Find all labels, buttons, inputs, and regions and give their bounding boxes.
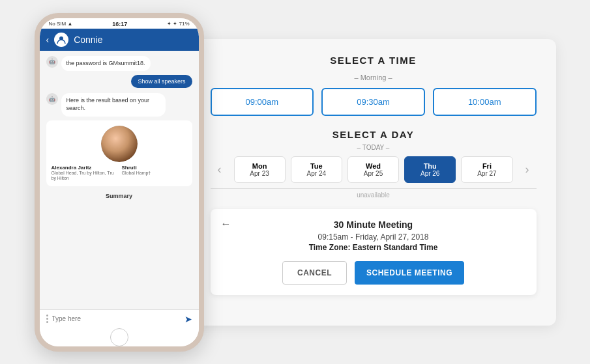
select-time-title: SELECT A TIME <box>211 55 537 66</box>
day-mon-date: Apr 23 <box>250 170 269 177</box>
day-wed[interactable]: Wed Apr 25 <box>347 156 399 183</box>
next-day-button[interactable]: › <box>518 160 537 178</box>
bot-message-1: 🤖 the password is GMsummit18. <box>46 56 192 72</box>
meeting-time: 09:15am - Friday, April 27, 2018 <box>226 232 521 242</box>
chat-title: Connie <box>74 35 102 45</box>
time-slots-container: 09:00am 09:30am 10:00am <box>211 88 537 116</box>
back-icon[interactable]: ‹ <box>46 35 50 45</box>
cancel-button[interactable]: CANCEL <box>282 261 347 285</box>
phone-input-bar: ➤ <box>40 309 199 328</box>
phone-time: 16:17 <box>112 21 127 27</box>
day-mon-name: Mon <box>252 162 267 170</box>
speaker-2-role: Global Hamp† <box>122 171 187 176</box>
phone-battery: ✦ ✦ 71% <box>167 21 189 27</box>
day-tue-date: Apr 24 <box>307 170 326 177</box>
day-wed-date: Apr 25 <box>364 170 383 177</box>
day-fri-name: Fri <box>482 162 492 170</box>
speaker-photo <box>101 126 138 162</box>
show-speakers-button[interactable]: Show all speakers <box>131 75 192 88</box>
phone-status-bar: No SIM ▲ 16:17 ✦ ✦ 71% <box>40 18 199 29</box>
chat-area: 🤖 the password is GMsummit18. Show all s… <box>40 51 199 309</box>
phone-header: ‹ Connie <box>40 29 199 51</box>
select-day-title: SELECT A DAY <box>211 129 537 140</box>
bot-avatar-small-2: 🤖 <box>46 93 58 105</box>
phone-signal: No SIM ▲ <box>49 21 73 27</box>
bot-bubble-2: Here is the result based on your search. <box>61 93 166 116</box>
meeting-timezone: Time Zone: Eastern Standard Time <box>226 243 521 252</box>
timezone-value: Eastern Standard Time <box>353 243 438 252</box>
speaker-card: Alexandra Jaritz Global Head, Tru by Hil… <box>46 120 192 187</box>
timezone-prefix: Time Zone: <box>309 243 351 252</box>
speaker-1-role: Global Head, Tru by Hilton, Tru by Hilto… <box>52 171 117 182</box>
day-row: ‹ Mon Apr 23 Tue Apr 24 Wed Apr 25 Thu A… <box>211 156 537 183</box>
more-options-icon[interactable] <box>46 315 48 323</box>
phone-home-bar <box>40 328 199 346</box>
time-slot-2[interactable]: 10:00am <box>433 88 537 116</box>
summary-label: Summary <box>46 190 192 202</box>
speaker-1-info: Alexandra Jaritz Global Head, Tru by Hil… <box>52 165 117 182</box>
bot-message-2: 🤖 Here is the result based on your searc… <box>46 93 192 116</box>
bot-bubble-1: the password is GMsummit18. <box>61 56 151 72</box>
confirm-back-icon[interactable]: ← <box>221 218 231 230</box>
confirm-card: ← 30 Minute Meeting 09:15am - Friday, Ap… <box>211 209 537 295</box>
morning-label: – Morning – <box>211 74 537 81</box>
days-container: Mon Apr 23 Tue Apr 24 Wed Apr 25 Thu Apr… <box>234 156 513 183</box>
speaker-2-info: Shruti Global Hamp† <box>122 165 187 182</box>
chat-input[interactable] <box>52 315 181 322</box>
day-thu[interactable]: Thu Apr 26 <box>404 156 456 183</box>
chat-body: 🤖 the password is GMsummit18. Show all s… <box>40 51 199 328</box>
prev-day-button[interactable]: ‹ <box>211 160 229 178</box>
confirm-actions: CANCEL SCHEDULE MEETING <box>226 261 521 285</box>
day-tue-name: Tue <box>310 162 323 170</box>
time-slot-0[interactable]: 09:00am <box>211 88 314 116</box>
day-wed-name: Wed <box>366 162 381 170</box>
bot-avatar <box>54 33 68 47</box>
speaker-image <box>101 126 138 162</box>
today-label: – TODAY – <box>211 144 537 151</box>
day-tue[interactable]: Tue Apr 24 <box>291 156 342 183</box>
day-fri-date: Apr 27 <box>477 170 496 177</box>
unavailable-label: unavailable <box>211 188 537 201</box>
day-thu-name: Thu <box>424 162 437 170</box>
home-button[interactable] <box>110 328 128 346</box>
phone-mockup: No SIM ▲ 16:17 ✦ ✦ 71% ‹ Connie <box>35 13 204 352</box>
bot-avatar-small: 🤖 <box>46 56 58 68</box>
day-thu-date: Apr 26 <box>420 170 439 177</box>
send-icon[interactable]: ➤ <box>184 314 192 324</box>
speaker-1-name: Alexandra Jaritz <box>52 165 117 171</box>
speaker-info: Alexandra Jaritz Global Head, Tru by Hil… <box>52 165 187 182</box>
speaker-2-name: Shruti <box>122 165 187 171</box>
time-slot-1[interactable]: 09:30am <box>321 88 425 116</box>
meeting-title: 30 Minute Meeting <box>226 219 521 230</box>
day-fri[interactable]: Fri Apr 27 <box>461 156 512 183</box>
schedule-meeting-button[interactable]: SCHEDULE MEETING <box>355 261 464 285</box>
day-mon[interactable]: Mon Apr 23 <box>234 156 286 183</box>
scheduler-panel: SELECT A TIME – Morning – 09:00am 09:30a… <box>191 39 556 326</box>
